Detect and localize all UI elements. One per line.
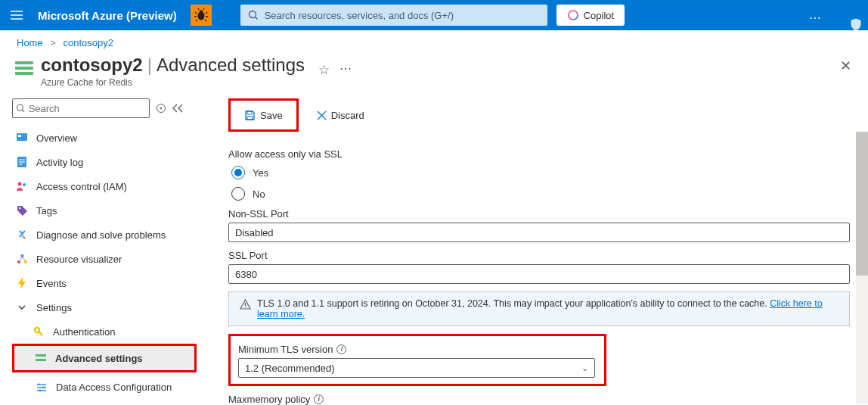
ssl-port-field[interactable]: 6380 [228,264,850,284]
sidebar-item-access-control[interactable]: Access control (IAM) [12,174,197,198]
warning-icon [240,299,251,310]
svg-point-23 [38,384,40,386]
chevron-down-icon [15,303,29,312]
svg-rect-21 [36,354,46,357]
activity-log-icon [15,156,29,168]
sidebar-item-activity-log[interactable]: Activity log [12,150,197,174]
breadcrumb-home[interactable]: Home [17,37,43,48]
tags-icon [15,205,29,217]
title-divider: | [147,55,152,75]
radio-label: No [253,188,265,200]
svg-point-10 [160,107,162,109]
resource-name: contosopy2 [41,55,143,75]
min-tls-select[interactable]: 1.2 (Recommended) ⌄ [238,358,595,378]
scrollbar-thumb[interactable] [856,132,868,276]
svg-point-16 [18,207,20,208]
chevron-down-icon: ⌄ [581,363,588,373]
sidebar-search-input[interactable] [29,103,146,114]
sidebar-item-resource-visualizer[interactable]: Resource visualizer [12,247,197,271]
svg-point-19 [24,260,27,263]
sidebar-item-events[interactable]: Events [12,271,197,295]
copilot-button[interactable]: Copilot [556,5,625,26]
topbar-more-icon[interactable]: ⋯ [809,11,823,25]
overview-icon [15,132,29,143]
shield-icon[interactable] [850,18,862,32]
non-ssl-port-field[interactable]: Disabled [228,223,850,242]
min-tls-label: Minimum TLS version i [238,344,597,355]
sidebar-item-label: Resource visualizer [36,254,122,265]
tls-retirement-banner: TLS 1.0 and 1.1 support is retiring on O… [228,291,850,326]
portal-title[interactable]: Microsoft Azure (Preview) [38,9,177,22]
sidebar-item-label: Authentication [53,326,115,338]
info-icon[interactable]: i [314,394,324,404]
banner-text: TLS 1.0 and 1.1 support is retiring on O… [257,298,839,319]
sidebar-item-label: Data Access Configuration [56,382,172,394]
topbar: Microsoft Azure (Preview) Search resourc… [0,0,868,30]
ssl-access-label: Allow access only via SSL [228,148,854,160]
sidebar: Overview Activity log Access control (IA… [12,98,197,405]
hamburger-icon[interactable] [6,0,27,30]
svg-rect-6 [15,67,33,70]
ssl-no-option[interactable]: No [228,187,854,201]
resource-visualizer-icon [15,254,29,265]
title-row: contosopy2|Advanced settings ☆ ⋯ Azure C… [0,51,868,88]
global-search[interactable]: Search resources, services, and docs (G+… [240,5,547,26]
sidebar-item-overview[interactable]: Overview [12,126,197,150]
svg-rect-7 [15,72,33,75]
svg-point-24 [43,387,45,389]
sidebar-item-label: Diagnose and solve problems [36,229,166,241]
discard-button[interactable]: Discard [309,104,372,126]
pin-icon[interactable] [156,103,166,114]
svg-point-25 [39,390,42,392]
copilot-label: Copilot [584,10,614,21]
sidebar-item-diagnose[interactable]: Diagnose and solve problems [12,223,197,247]
page-section: Advanced settings [157,55,305,75]
sidebar-item-data-access-config[interactable]: Data Access Configuration [12,372,197,403]
ssl-port-label: SSL Port [228,250,854,261]
radio-icon [231,187,245,201]
diagnose-icon [15,229,29,241]
save-button[interactable]: Save [237,104,290,126]
advanced-settings-icon [34,353,48,363]
sidebar-item-label: Tags [36,205,57,217]
svg-rect-12 [18,135,21,137]
svg-rect-5 [15,61,33,64]
maxmemory-label: Maxmemory policy i [228,394,854,405]
sidebar-search[interactable] [12,98,150,118]
access-control-icon [15,181,29,192]
svg-point-14 [18,182,22,186]
sidebar-item-authentication[interactable]: Authentication [12,319,197,344]
collapse-icon[interactable] [172,104,183,113]
svg-point-28 [245,307,246,308]
ssl-yes-option[interactable]: Yes [228,166,854,179]
svg-point-1 [199,10,203,14]
svg-point-8 [17,104,23,111]
sidebar-item-label: Activity log [36,157,83,168]
svg-point-2 [249,11,256,18]
key-icon [32,326,45,337]
radio-label: Yes [253,167,268,179]
title-more-icon[interactable]: ⋯ [339,62,353,75]
close-icon[interactable]: ✕ [840,55,851,77]
svg-point-18 [17,260,20,263]
sidebar-item-label: Settings [36,302,72,313]
redis-icon [14,59,36,77]
non-ssl-port-label: Non-SSL Port [228,208,854,220]
bug-icon[interactable] [191,5,212,26]
radio-icon [231,166,245,179]
vertical-scrollbar[interactable] [856,132,868,404]
favorite-icon[interactable]: ☆ [318,63,330,77]
main-panel: Save Discard Allow access only via SSL Y… [197,98,854,405]
sidebar-item-label: Access control (IAM) [36,181,127,192]
data-access-icon [35,382,48,393]
info-icon[interactable]: i [336,344,346,354]
sidebar-item-advanced-settings[interactable]: Advanced settings [14,346,194,370]
breadcrumb: Home > contosopy2 [0,30,868,51]
sidebar-item-tags[interactable]: Tags [12,198,197,223]
sidebar-item-label: Overview [36,132,77,144]
svg-point-15 [23,183,26,186]
breadcrumb-resource[interactable]: contosopy2 [64,37,114,48]
command-bar: Save Discard [228,98,854,132]
resource-type: Azure Cache for Redis [41,77,353,88]
sidebar-item-settings[interactable]: Settings [12,295,197,319]
